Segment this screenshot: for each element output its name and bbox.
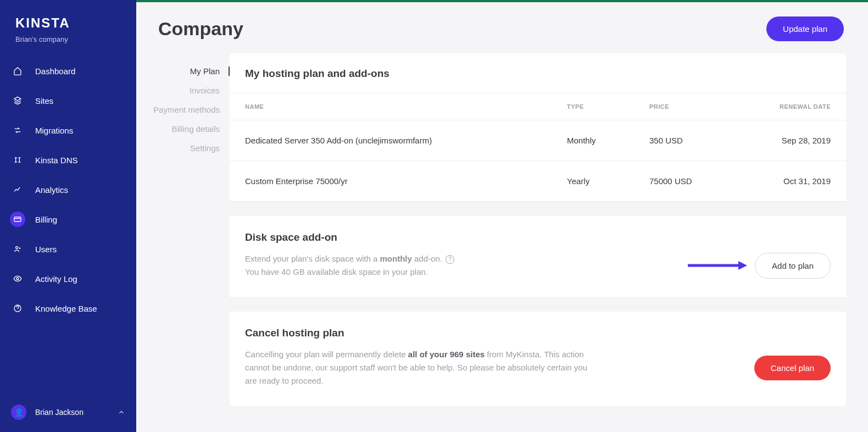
cancel-section: Cancel hosting plan Cancelling your plan… [230, 312, 846, 406]
cancel-description: Cancelling your plan will permanently de… [245, 348, 597, 387]
users-icon [10, 241, 25, 257]
subnav-payment-methods[interactable]: Payment methods [153, 105, 230, 114]
panel-heading: My hosting plan and add-ons [230, 53, 846, 93]
brand-logo: KINSTA [0, 13, 136, 35]
sidebar-item-users[interactable]: Users [0, 235, 136, 263]
cell-renewal: Sep 28, 2019 [748, 136, 831, 145]
info-icon[interactable]: ? [446, 255, 454, 264]
svg-point-1 [16, 246, 18, 248]
analytics-icon [10, 182, 25, 197]
sidebar-item-migrations[interactable]: Migrations [0, 116, 136, 145]
subnav-billing-details[interactable]: Billing details [171, 124, 230, 134]
plan-panel: My hosting plan and add-ons NAME TYPE PR… [230, 53, 846, 406]
cancel-heading: Cancel hosting plan [245, 327, 831, 339]
svg-point-2 [16, 278, 19, 280]
sidebar-label: Knowledge Base [35, 304, 97, 313]
company-name: Brian's company [0, 35, 136, 57]
help-icon [10, 301, 25, 316]
billing-icon [10, 212, 25, 227]
table-row: Custom Enterprise 75000/yr Yearly 75000 … [230, 161, 846, 202]
sidebar-label: Users [35, 245, 57, 254]
disk-space-section: Disk space add-on Extend your plan's dis… [230, 216, 846, 297]
sidebar-label: Analytics [35, 185, 68, 195]
chevron-up-icon [118, 408, 125, 416]
svg-rect-0 [14, 217, 21, 221]
sidebar-label: Activity Log [35, 274, 77, 284]
content: My Plan Invoices Payment methods Billing… [136, 48, 868, 406]
sidebar-label: Billing [35, 215, 57, 224]
subnav-invoices[interactable]: Invoices [190, 86, 230, 95]
cell-price: 75000 USD [649, 176, 748, 186]
sidebar-item-sites[interactable]: Sites [0, 86, 136, 115]
cell-name: Custom Enterprise 75000/yr [245, 176, 567, 186]
update-plan-button[interactable]: Update plan [766, 16, 844, 41]
table-header: NAME TYPE PRICE RENEWAL DATE [230, 93, 846, 120]
eye-icon [10, 271, 25, 286]
col-price: PRICE [649, 103, 748, 110]
divider [230, 297, 846, 312]
user-name: Brian Jackson [35, 408, 109, 417]
sidebar-item-billing[interactable]: Billing [0, 205, 136, 234]
col-name: NAME [245, 103, 567, 110]
add-to-plan-button[interactable]: Add to plan [755, 253, 831, 279]
layers-icon [10, 93, 25, 108]
home-icon [10, 63, 25, 79]
user-footer[interactable]: 👤 Brian Jackson [0, 396, 136, 432]
sidebar-label: Migrations [35, 126, 73, 135]
col-type: TYPE [567, 103, 649, 110]
sidebar-item-activity-log[interactable]: Activity Log [0, 264, 136, 293]
cell-name: Dedicated Server 350 Add-on (unclejimswo… [245, 136, 567, 145]
dns-icon [10, 152, 25, 168]
main: Company Update plan My Plan Invoices Pay… [136, 0, 868, 432]
sidebar-label: Dashboard [35, 67, 75, 76]
sidebar-item-dashboard[interactable]: Dashboard [0, 57, 136, 85]
subnav: My Plan Invoices Payment methods Billing… [136, 48, 230, 406]
sidebar-item-kinsta-dns[interactable]: Kinsta DNS [0, 146, 136, 174]
cancel-plan-button[interactable]: Cancel plan [754, 356, 831, 380]
arrow-annotation-icon [688, 261, 748, 270]
sidebar-label: Sites [35, 96, 53, 106]
avatar: 👤 [11, 405, 26, 420]
disk-heading: Disk space add-on [245, 231, 831, 243]
sidebar-label: Kinsta DNS [35, 156, 78, 165]
table-row: Dedicated Server 350 Add-on (unclejimswo… [230, 120, 846, 161]
sidebar: KINSTA Brian's company Dashboard Sites M… [0, 0, 136, 432]
divider [230, 202, 846, 216]
subnav-my-plan[interactable]: My Plan [190, 67, 230, 76]
col-renewal: RENEWAL DATE [748, 103, 831, 110]
page-title: Company [158, 18, 243, 40]
cell-renewal: Oct 31, 2019 [748, 176, 831, 186]
migrate-icon [10, 123, 25, 138]
cell-type: Yearly [567, 176, 649, 186]
cell-price: 350 USD [649, 136, 748, 145]
cell-type: Monthly [567, 136, 649, 145]
subnav-settings[interactable]: Settings [190, 143, 230, 153]
sidebar-nav: Dashboard Sites Migrations Kinsta DNS An… [0, 57, 136, 323]
page-header: Company Update plan [136, 2, 868, 48]
sidebar-item-knowledge-base[interactable]: Knowledge Base [0, 294, 136, 323]
disk-description: Extend your plan's disk space with a mon… [245, 252, 454, 279]
sidebar-item-analytics[interactable]: Analytics [0, 175, 136, 204]
